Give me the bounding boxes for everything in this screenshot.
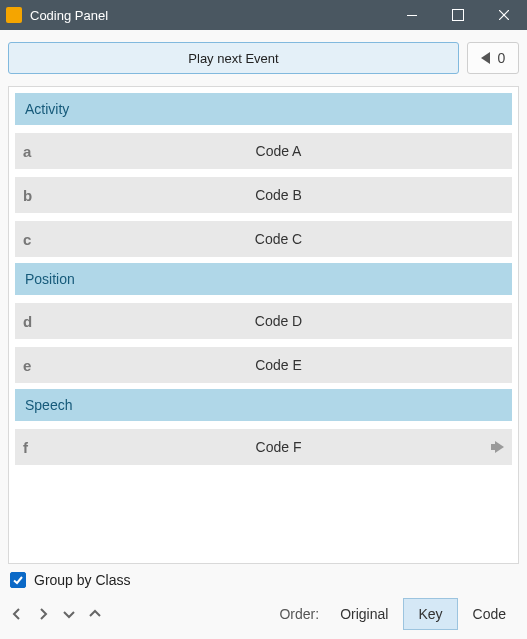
order-option-code[interactable]: Code [458,598,521,630]
code-key: a [15,143,45,160]
titlebar: Coding Panel [0,0,527,30]
play-next-event-button[interactable]: Play next Event [8,42,459,74]
code-label: Code C [45,231,512,247]
order-label: Order: [279,606,319,622]
order-option-original[interactable]: Original [325,598,403,630]
app-icon [6,7,22,23]
group-by-class-label: Group by Class [34,572,130,588]
window-minimize-button[interactable] [389,0,435,30]
code-row[interactable]: d Code D [15,303,512,339]
nav-prev-button[interactable] [4,599,30,629]
window-close-button[interactable] [481,0,527,30]
code-key: c [15,231,45,248]
code-list: Activity a Code A b Code B c Code C Posi… [8,86,519,564]
play-next-event-label: Play next Event [188,51,278,66]
window-maximize-button[interactable] [435,0,481,30]
code-key: d [15,313,45,330]
code-row[interactable]: e Code E [15,347,512,383]
toolbar: Play next Event 0 [0,30,527,86]
group-title: Speech [25,397,72,413]
group-header-activity: Activity [15,93,512,125]
footer-options: Group by Class [0,564,527,596]
group-header-speech: Speech [15,389,512,421]
order-option-key[interactable]: Key [403,598,457,630]
code-row[interactable]: c Code C [15,221,512,257]
counter-value: 0 [498,50,506,66]
code-row[interactable]: a Code A [15,133,512,169]
code-label: Code A [45,143,512,159]
code-label: Code E [45,357,512,373]
code-key: f [15,439,45,456]
window-title: Coding Panel [30,8,389,23]
group-by-class-checkbox[interactable] [10,572,26,588]
back-triangle-icon [481,52,490,64]
group-title: Position [25,271,75,287]
nav-next-button[interactable] [30,599,56,629]
code-key: b [15,187,45,204]
code-key: e [15,357,45,374]
arrow-right-icon [495,441,504,453]
code-label: Code D [45,313,512,329]
code-row[interactable]: f Code F [15,429,512,465]
code-row[interactable]: b Code B [15,177,512,213]
event-counter[interactable]: 0 [467,42,519,74]
code-label: Code B [45,187,512,203]
nav-up-button[interactable] [82,599,108,629]
group-title: Activity [25,101,69,117]
footer-nav: Order: Original Key Code [0,596,527,634]
nav-down-button[interactable] [56,599,82,629]
code-label: Code F [45,439,512,455]
group-header-position: Position [15,263,512,295]
